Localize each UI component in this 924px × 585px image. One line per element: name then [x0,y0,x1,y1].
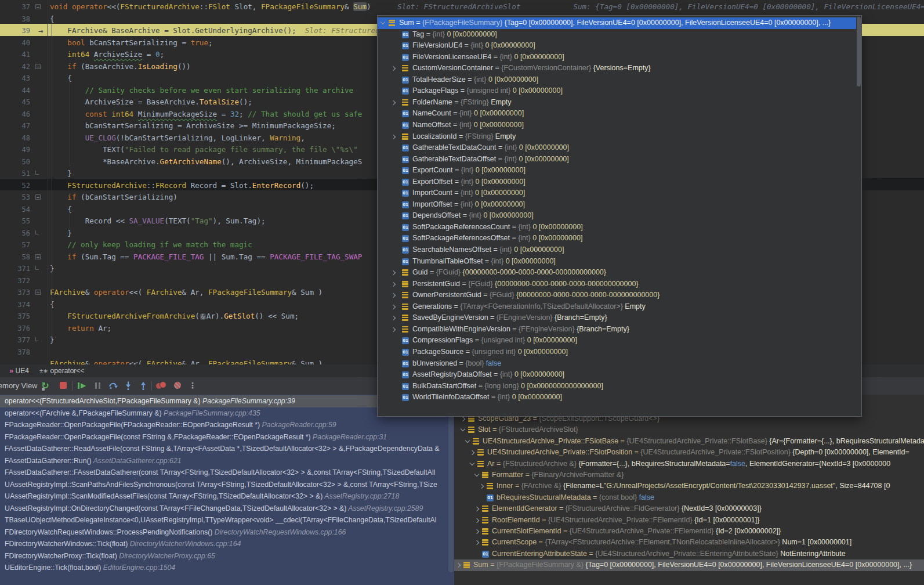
stop-icon[interactable] [57,380,69,391]
more-icon[interactable]: ⋮ [187,380,198,391]
code-line[interactable]: if (bCanStartSerializing) [50,192,177,203]
code-line[interactable]: // only keep loading if we match the mag… [50,239,252,251]
chevron-right-icon[interactable] [391,305,396,309]
popup-variable-row[interactable]: Generations = {TArray<FGenerationInfo,TS… [378,301,861,313]
code-line[interactable]: void operator<<(FStructuredArchive::FSlo… [50,1,924,13]
variable-row[interactable]: Sum = {FPackageFileSummary &} {Tag=0 [0x… [454,559,924,570]
chevron-right-icon[interactable] [461,417,465,421]
popup-variable-row[interactable]: 01DependsOffset = {int} 0 [0x00000000] [378,210,861,222]
step-into-icon[interactable] [122,380,134,391]
popup-variable-row[interactable]: 01GatherableTextDataOffset = {int} 0 [0x… [378,154,861,165]
view-breakpoints-icon[interactable] [155,380,166,391]
popup-variable-row[interactable]: Guid = {FGuid} {00000000-0000-0000-0000-… [378,267,861,279]
popup-variable-row[interactable]: 01bUnversioned = {bool} false [378,358,861,370]
chevron-right-icon[interactable] [470,450,474,455]
popup-variable-row[interactable]: 01CompressionFlags = {unsigned int} 0 [0… [378,335,861,346]
variable-row[interactable]: UE4StructuredArchive_Private::FSlotBase … [454,436,924,447]
popup-variable-row[interactable]: CustomVersionContainer = {FCustomVersion… [378,63,861,74]
popup-variable-row[interactable]: 01ExportOffset = {int} 0 [0x00000000] [378,176,861,188]
popup-variable-row[interactable]: 01WorldTileInfoDataOffset = {int} 0 [0x0… [378,392,861,403]
popup-variable-row[interactable]: SavedByEngineVersion = {FEngineVersion} … [378,312,861,324]
popup-variable-row[interactable]: 01FileVersionLicenseeUE4 = {int} 0 [0x00… [378,52,861,63]
run-config-tab[interactable]: » UE4 [9,364,29,377]
chevron-down-icon[interactable] [381,20,385,24]
code-line[interactable]: const int64 MinimumPackageSize = 32; // … [50,109,362,120]
frame-row[interactable]: TBaseUObjectMethodDelegateInstance<0,UAs… [0,514,454,526]
mute-breakpoints-icon[interactable] [172,380,183,391]
popup-variable-row[interactable]: LocalizationId = {FString} Empty [378,131,861,143]
code-line[interactable]: FStructuredArchiveFromArchive(&Ar).GetSl… [50,310,299,323]
frame-breadcrumb[interactable]: ±∗ operator<< [39,364,84,377]
popup-variable-row[interactable]: 01BulkDataStartOffset = {long long} 0 [0… [378,381,861,392]
popup-variable-row[interactable]: 01SoftPackageReferencesCount = {int} 0 [… [378,222,861,233]
popup-variable-row[interactable]: 01NameCount = {int} 0 [0x00000000] [378,108,861,120]
code-line[interactable]: bCanStartSerializing = ArchiveSize >= Mi… [50,120,336,132]
variable-row[interactable]: RootElementId = {UE4StructuredArchive_Pr… [454,515,924,526]
memory-view-label[interactable]: Memory View [0,377,38,395]
code-line[interactable]: if (Sum.Tag == PACKAGE_FILE_TAG || Sum.T… [50,251,362,263]
frame-row[interactable]: FAssetDataGatherer::ReadAssetFile(const … [0,443,454,455]
chevron-right-icon[interactable] [391,281,396,286]
code-line[interactable]: FArchive& BaseArchive = Slot.GetUnderlyi… [50,25,428,37]
variable-row[interactable]: ElementIdGenerator = {FStructuredArchive… [454,503,924,514]
chevron-right-icon[interactable] [474,540,479,545]
variable-row[interactable]: 01CurrentEnteringAttributeState = {UE4St… [454,548,924,559]
rerun-icon[interactable]: ↻ [39,380,51,391]
code-line[interactable]: } [50,228,72,239]
code-line[interactable]: FStructuredArchive::FRecord Record = Slo… [50,180,314,192]
popup-variable-row[interactable]: FolderName = {FString} Empty [378,97,861,109]
fold-marker-icon[interactable]: − [35,290,41,295]
frame-row[interactable]: UAssetRegistryImpl::ScanModifiedAssetFil… [0,490,454,503]
popup-variable-row[interactable]: 01ExportCount = {int} 0 [0x00000000] [378,165,861,176]
call-stack-panel[interactable]: operator<<(FStructuredArchiveSlot,FPacka… [0,395,454,585]
frame-row[interactable]: FDirectoryWatcherWindows::Tick(float) Di… [0,538,454,550]
chevron-right-icon[interactable] [391,270,396,275]
frame-row[interactable]: UAssetRegistryImpl::ScanPathsAndFilesSyn… [0,479,454,491]
chevron-right-icon[interactable] [479,484,484,489]
code-line[interactable]: // Sanity checks before we even start se… [50,85,353,96]
code-line[interactable]: Record << SA_VALUE(TEXT("Tag"), Sum.Tag)… [50,215,266,227]
code-line[interactable]: ArchiveSize = BaseArchive.TotalSize(); [50,96,252,108]
step-out-icon[interactable] [137,380,149,391]
code-line[interactable]: TEXT("Failed to read package file summar… [50,144,358,156]
code-line[interactable]: { [50,73,72,84]
popup-variable-row[interactable]: 01TotalHeaderSize = {int} 0 [0x00000000] [378,74,861,86]
fold-marker-icon[interactable]: − [35,194,41,200]
popup-variable-row[interactable]: 01ThumbnailTableOffset = {int} 0 [0x0000… [378,256,861,268]
chevron-down-icon[interactable] [461,427,465,431]
popup-variable-row[interactable]: 01Tag = {int} 0 [0x00000000] [378,29,861,41]
chevron-down-icon[interactable] [474,472,479,476]
code-line[interactable]: { [50,204,72,215]
chevron-right-icon[interactable] [474,529,479,534]
frame-row[interactable]: UEditorEngine::Tick(float,bool) EditorEn… [0,562,454,574]
call-stack-scrollbar[interactable] [448,398,454,572]
chevron-right-icon[interactable] [391,100,396,105]
resume-icon[interactable]: ▶ [76,380,88,391]
popup-variable-row[interactable]: CompatibleWithEngineVersion = {FEngineVe… [378,324,861,335]
variable-row[interactable]: 01bRequiresStructuralMetadata = {const b… [454,492,924,503]
frame-row[interactable]: FPackageReader::OpenPackageFile(FPackage… [0,419,454,431]
frame-row[interactable]: FDirectoryWatchRequestWindows::ProcessPe… [0,526,454,539]
code-line[interactable]: int64 ArchiveSize = 0; [50,49,164,60]
code-line[interactable]: *BaseArchive.GetArchiveName(), ArchiveSi… [50,156,362,168]
fold-marker-icon[interactable]: − [35,64,41,69]
variable-row[interactable]: Formatter = {FBinaryArchiveFormatter &} [454,470,924,481]
frame-row[interactable]: FPackageReader::OpenPackageFile(const FS… [0,431,454,443]
popup-variable-row[interactable]: 01PackageSource = {unsigned int} 0 [0x00… [378,346,861,358]
variable-row[interactable]: CurrentSlotElementId = {UE4StructuredArc… [454,526,924,537]
popup-variable-row[interactable]: 01ImportCount = {int} 0 [0x00000000] [378,187,861,199]
popup-variable-row[interactable]: Sum = {FPackageFileSummary} {Tag=0 [0x00… [378,17,856,29]
variables-panel[interactable]: ScopeGuard_23 = {ScopeExitSupport::TScop… [454,395,924,585]
fold-marker-icon[interactable]: + [35,254,41,259]
chevron-down-icon[interactable] [465,438,470,443]
step-over-icon[interactable] [107,380,119,391]
variable-row[interactable]: Inner = {FArchive &} {Filename=L"G:/Unre… [454,481,924,492]
popup-variable-row[interactable]: 01SearchableNamesOffset = {int} 0 [0x000… [378,244,861,256]
popup-variable-row[interactable]: 01FileVersionUE4 = {int} 0 [0x00000000] [378,40,861,52]
variables-popup[interactable]: Sum = {FPackageFileSummary} {Tag=0 [0x00… [377,15,862,417]
code-line[interactable]: FArchive& operator<<( FArchive& Ar, FPac… [50,287,323,298]
chevron-right-icon[interactable] [391,293,396,298]
popup-variable-row[interactable]: 01NameOffset = {int} 0 [0x00000000] [378,120,861,131]
code-line[interactable]: UE_CLOG(!bCanStartSerializing, LogLinker… [50,132,305,144]
code-line[interactable]: if (BaseArchive.IsLoading()) [50,61,191,73]
